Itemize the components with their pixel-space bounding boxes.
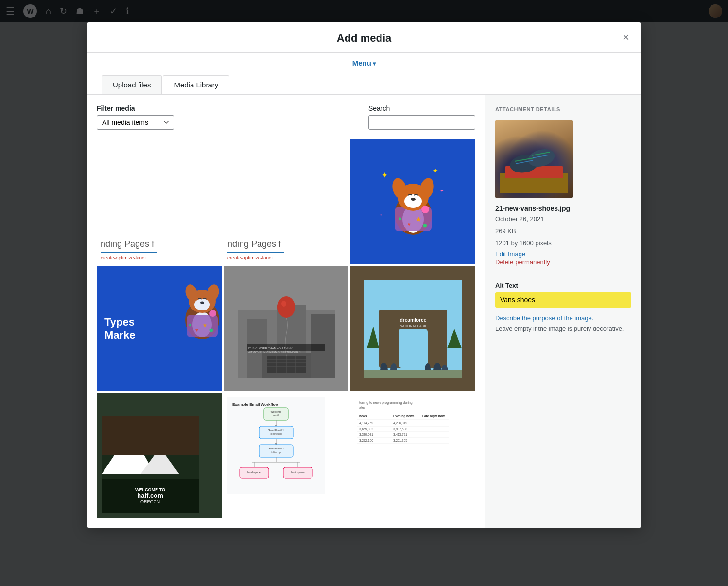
media-item[interactable]: tuning to news programming during ates n…	[350, 393, 475, 518]
svg-text:✦: ✦	[440, 188, 444, 193]
svg-text:♦: ♦	[399, 215, 402, 222]
svg-text:⬟: ⬟	[423, 223, 427, 228]
svg-text:♥: ♥	[195, 327, 198, 333]
svg-text:♥: ♥	[407, 221, 411, 228]
media-item[interactable]: ♦ ♥ ★ ⬟	[97, 266, 222, 391]
svg-rect-66	[102, 416, 199, 455]
svg-text:Evening news: Evening news	[393, 414, 415, 418]
modal-menu-bar: Menu	[87, 53, 641, 68]
modal-header: Add media ×	[87, 22, 641, 53]
alt-text-label: Alt Text	[495, 282, 631, 289]
filter-media-label: Filter media	[97, 104, 174, 112]
attachment-details-panel: ATTACHMENT DETAILS	[485, 95, 641, 528]
filter-group: Filter media All media itemsImagesVideoA…	[97, 104, 174, 130]
modal-tabs: Upload files Media Library	[87, 68, 641, 94]
svg-text:follow up: follow up	[271, 451, 281, 454]
attachment-details-title: ATTACHMENT DETAILS	[495, 106, 631, 112]
svg-text:news: news	[359, 414, 367, 418]
svg-text:Email opened: Email opened	[247, 471, 262, 474]
close-button[interactable]: ×	[619, 30, 633, 45]
svg-point-30	[194, 299, 210, 310]
svg-text:Late night now: Late night now	[422, 414, 445, 418]
svg-text:email!: email!	[273, 414, 280, 417]
svg-rect-61	[364, 370, 462, 378]
svg-text:Email opened: Email opened	[291, 471, 306, 474]
svg-rect-94	[354, 397, 451, 494]
add-media-modal: Add media × Menu Upload files Media Libr…	[87, 22, 641, 528]
svg-point-17	[411, 198, 416, 201]
svg-text:★: ★	[202, 322, 208, 328]
describe-purpose-link[interactable]: Describe the purpose of the image.	[495, 314, 593, 322]
search-group: Search	[368, 104, 475, 130]
svg-text:★: ★	[416, 215, 422, 223]
svg-text:Example Email Workflow: Example Email Workflow	[232, 402, 278, 407]
svg-text:4,104,769: 4,104,769	[359, 421, 373, 425]
svg-text:dreamforce: dreamforce	[399, 317, 426, 323]
svg-text:IT IS CLOSER THAN YOU THINK.: IT IS CLOSER THAN YOU THINK.	[248, 347, 294, 350]
svg-rect-53	[399, 329, 428, 368]
delete-permanently-link[interactable]: Delete permanently	[495, 259, 631, 266]
svg-text:⬟: ⬟	[209, 328, 213, 333]
modal-overlay: Add media × Menu Upload files Media Libr…	[0, 0, 728, 586]
edit-image-link[interactable]: Edit Image	[495, 250, 631, 258]
attachment-filesize: 269 KB	[495, 226, 631, 237]
media-grid: nding Pages f create-optimize-landi ndin…	[97, 139, 475, 518]
attachment-thumbnail	[495, 120, 573, 198]
svg-point-18	[421, 206, 429, 213]
svg-text:ates: ates	[359, 406, 366, 409]
svg-text:3,252,100: 3,252,100	[359, 439, 373, 442]
media-library-panel: Filter media All media itemsImagesVideoA…	[87, 95, 485, 528]
filter-select[interactable]: All media itemsImagesVideoAudioDocuments	[97, 115, 174, 130]
svg-text:⬡: ⬡	[402, 227, 407, 232]
tab-upload-files[interactable]: Upload files	[102, 75, 162, 94]
svg-text:Send Email 1: Send Email 1	[268, 429, 284, 431]
media-item[interactable]: WELCOME TO half.com OREGON	[97, 393, 222, 518]
svg-text:tuning to news programming dur: tuning to news programming during	[359, 401, 413, 405]
alt-text-input[interactable]	[495, 292, 631, 308]
media-item[interactable]: IT IS CLOSER THAN YOU THINK. #ITMOVIE IN…	[224, 266, 348, 391]
search-input[interactable]	[368, 115, 475, 130]
svg-text:✦: ✦	[433, 167, 438, 174]
media-item[interactable]: Example Email Workflow Welcome email!	[224, 393, 348, 518]
svg-point-46	[277, 296, 295, 318]
attachment-divider	[495, 274, 631, 274]
tab-media-library[interactable]: Media Library	[163, 75, 229, 94]
media-item[interactable]: nding Pages f create-optimize-landi	[224, 139, 348, 264]
svg-text:OREGON: OREGON	[140, 500, 160, 504]
svg-text:♦: ♦	[189, 322, 191, 327]
svg-text:3,675,882: 3,675,882	[359, 427, 373, 431]
attachment-dimensions: 1201 by 1600 pixels	[495, 239, 631, 249]
menu-link[interactable]: Menu	[352, 59, 376, 67]
filter-row: Filter media All media itemsImagesVideoA…	[97, 104, 475, 130]
media-item[interactable]: dreamforce NATIONAL PARK	[350, 266, 475, 391]
svg-text:3,201,355: 3,201,355	[393, 439, 407, 442]
svg-point-32	[209, 310, 216, 317]
svg-text:3,987,588: 3,987,588	[393, 427, 407, 431]
search-label: Search	[368, 104, 475, 112]
svg-text:half.com: half.com	[137, 492, 163, 499]
svg-text:NATIONAL PARK: NATIONAL PARK	[399, 324, 426, 327]
svg-point-16	[404, 194, 422, 208]
svg-point-47	[281, 301, 286, 307]
modal-title: Add media	[337, 32, 391, 45]
svg-text:3,413,721: 3,413,721	[393, 433, 407, 436]
modal-body: Filter media All media itemsImagesVideoA…	[87, 94, 641, 528]
svg-text:Welcome: Welcome	[271, 410, 282, 413]
describe-note: Leave empty if the image is purely decor…	[495, 324, 631, 334]
media-item[interactable]: nding Pages f create-optimize-landi	[97, 139, 222, 264]
svg-text:#ITMOVIE IN CINEMAS SEPTEMBER : #ITMOVIE IN CINEMAS SEPTEMBER 1	[248, 351, 301, 354]
svg-text:✦: ✦	[379, 212, 383, 218]
svg-text:Send Email 2: Send Email 2	[268, 447, 284, 450]
svg-text:✦: ✦	[381, 171, 388, 179]
svg-text:3,320,031: 3,320,031	[359, 433, 373, 436]
media-item[interactable]: ✦ ✦ ✦ ✦	[350, 139, 475, 264]
svg-point-31	[200, 302, 204, 304]
svg-text:to new user: to new user	[270, 432, 282, 435]
attachment-filename: 21-new-vans-shoes.jpg	[495, 205, 631, 212]
svg-text:4,206,819: 4,206,819	[393, 421, 407, 425]
attachment-date: October 26, 2021	[495, 214, 631, 224]
